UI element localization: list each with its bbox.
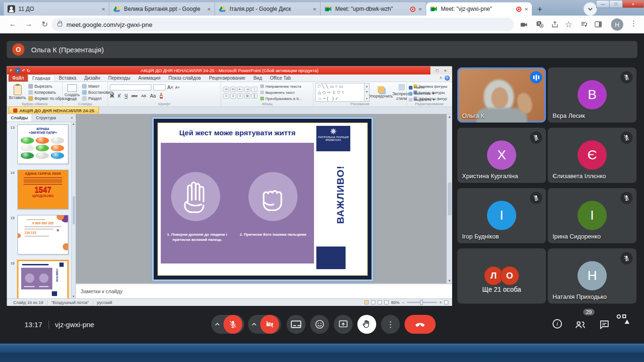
indent-more-icon[interactable]: ⇥: [244, 87, 250, 92]
char-spacing-icon[interactable]: AB: [141, 94, 147, 98]
close-tab-icon[interactable]: ×: [418, 6, 422, 13]
line-spacing-icon[interactable]: ↕: [251, 87, 257, 92]
reactions-button[interactable]: [310, 315, 329, 334]
font-color-icon[interactable]: А: [160, 93, 163, 99]
redo-icon[interactable]: ↻: [27, 68, 31, 73]
convert-smartart-button[interactable]: Преобразовать в SmartArt: [260, 96, 304, 102]
ribbon-tab-officetab[interactable]: Office Tab: [266, 74, 295, 82]
tab-italiia[interactable]: Італія.ppt - Google Диск ×: [215, 2, 321, 16]
bullets-icon[interactable]: ≔: [223, 87, 229, 92]
paste-button[interactable]: Вставить: [9, 84, 26, 100]
camera-in-use-icon[interactable]: [520, 20, 528, 31]
panel-tab-outline[interactable]: Структура: [32, 114, 60, 122]
ribbon-tab-design[interactable]: Дизайн: [81, 74, 104, 82]
window-close-button[interactable]: ×: [622, 0, 644, 8]
ribbon-tab-slideshow[interactable]: Показ слайдов: [165, 74, 205, 82]
zoom-slider[interactable]: [407, 302, 437, 303]
ribbon-tab-view[interactable]: Вид: [249, 74, 265, 82]
underline-button[interactable]: Ч: [124, 93, 128, 99]
arrange-button[interactable]: Упорядочить: [372, 86, 390, 99]
grow-font-icon[interactable]: А˄: [167, 85, 173, 90]
slide-area-scrollbar[interactable]: ▲▼: [446, 114, 452, 283]
tab-velyka-brytaniia[interactable]: Велика Британія.ppt - Google ×: [109, 2, 215, 16]
mic-mute-button[interactable]: [223, 315, 242, 334]
media-controls-icon[interactable]: [580, 20, 588, 31]
text-direction-button[interactable]: Направление текста: [260, 83, 304, 90]
help-icon[interactable]: ?: [445, 75, 450, 81]
ribbon-tab-insert[interactable]: Вставка: [55, 74, 80, 82]
participant-tile-yelyzaveta[interactable]: Є Єлизавета Іллєнко: [548, 128, 636, 183]
slide-thumbnail-15[interactable]: 0 800 500 335 116 123 ♥: [17, 215, 68, 255]
align-right-icon[interactable]: ≡: [237, 93, 243, 99]
replace-button[interactable]: Заменить ▾: [409, 90, 450, 97]
justify-icon[interactable]: ≣: [244, 93, 250, 99]
panel-tab-slides[interactable]: Слайды: [7, 114, 32, 122]
side-panel-icon[interactable]: [594, 20, 603, 31]
ribbon-tab-animation[interactable]: Анимация: [134, 74, 164, 82]
mic-options-chevron-icon[interactable]: [211, 323, 223, 326]
notes-pane[interactable]: Заметки к слайду: [76, 283, 452, 298]
new-tab-button[interactable]: +: [534, 3, 546, 16]
view-sorter-icon[interactable]: [371, 300, 375, 304]
shapes-gallery-scroll[interactable]: ▲▼▾: [364, 83, 370, 102]
participant-tile-iryna[interactable]: І Ірина Сидоренко: [548, 188, 636, 243]
fit-to-window-icon[interactable]: [444, 300, 448, 304]
ribbon-collapse-icon[interactable]: ˄: [439, 75, 442, 81]
zoom-out-icon[interactable]: −: [402, 300, 404, 305]
ribbon-tab-home[interactable]: Главная: [28, 74, 55, 82]
align-text-button[interactable]: Выровнять текст: [260, 90, 304, 96]
close-tab-icon[interactable]: ×: [207, 6, 211, 13]
panel-scrollbar[interactable]: ▲▼: [71, 122, 75, 298]
view-reading-icon[interactable]: [378, 300, 382, 304]
close-tab-icon[interactable]: ×: [101, 6, 105, 13]
translate-icon[interactable]: [536, 20, 544, 31]
slide-thumbnail-13[interactable]: ВПРАВА«ЗІМ'ЯТИЙ ПАПІР»: [17, 124, 68, 164]
more-options-button[interactable]: ⋮: [381, 315, 400, 334]
find-button[interactable]: Найти: [409, 84, 450, 90]
indent-less-icon[interactable]: ⇤: [237, 87, 243, 92]
tab-meet-upm[interactable]: Meet: "upm-dbwk-wzh" ×: [321, 2, 426, 16]
browser-menu-icon[interactable]: ⋮: [630, 19, 637, 28]
align-left-icon[interactable]: ≡: [223, 93, 229, 99]
shapes-gallery[interactable]: □╲╲▭○▭△◇⇨⇩▽○☆~( )✓: [315, 83, 364, 102]
camera-off-button[interactable]: [260, 315, 279, 334]
font-name-select[interactable]: [110, 84, 151, 90]
office-tab-document[interactable]: АКЦІЯ ДО ДНЯ НЕНАСИЛЛЯ 24-25: [8, 107, 99, 114]
window-minimize-button[interactable]: —: [596, 0, 610, 8]
tab-search-button[interactable]: [584, 2, 597, 16]
raise-hand-button[interactable]: [357, 315, 376, 334]
ppt-restore-icon[interactable]: □: [436, 68, 438, 73]
italic-button[interactable]: К: [118, 93, 121, 99]
align-center-icon[interactable]: ≡: [230, 93, 236, 99]
strikethrough-icon[interactable]: abc: [132, 94, 138, 98]
undo-icon[interactable]: ↶: [22, 68, 25, 73]
meeting-details-button[interactable]: i: [553, 319, 562, 329]
present-button[interactable]: [334, 315, 353, 334]
back-icon[interactable]: ←: [7, 18, 19, 30]
tab-11do[interactable]: 11 ДО ×: [4, 2, 109, 16]
participant-tile-nataliia[interactable]: Н Наталія Приходько: [548, 248, 636, 304]
font-size-select[interactable]: [153, 84, 165, 90]
camera-options-chevron-icon[interactable]: [248, 323, 260, 326]
zoom-in-icon[interactable]: +: [439, 300, 442, 305]
ppt-close-icon[interactable]: ×: [444, 68, 446, 73]
current-slide[interactable]: Цей жест може врятувати життя ПАТРУЛЬНА …: [152, 117, 373, 281]
columns-icon[interactable]: ∥: [251, 93, 257, 99]
tab-meet-vjz[interactable]: Meet: "vjz-gwxi-pne" ×: [426, 2, 532, 16]
profile-avatar[interactable]: H: [611, 18, 623, 31]
address-bar[interactable]: meet.google.com/vjz-gwxi-pne: [52, 18, 514, 31]
change-case-icon[interactable]: Аа: [150, 93, 156, 99]
panel-close-icon[interactable]: ×: [71, 115, 75, 120]
close-tab-icon[interactable]: ×: [524, 6, 528, 13]
participant-tile-overflow[interactable]: Л О Ще 21 особа: [457, 248, 546, 304]
captions-button[interactable]: [287, 315, 305, 334]
end-call-button[interactable]: [405, 315, 436, 334]
ribbon-tab-file[interactable]: Файл: [8, 74, 28, 82]
chat-button[interactable]: [599, 319, 610, 332]
save-icon[interactable]: ▪: [15, 68, 20, 73]
zoom-slider-thumb[interactable]: [420, 300, 423, 305]
view-normal-icon[interactable]: [364, 300, 369, 304]
bold-button[interactable]: Ж: [110, 93, 114, 99]
slide-thumbnail-16-current[interactable]: ВАЖЛИВО!: [17, 260, 68, 300]
bookmark-star-icon[interactable]: ☆: [565, 19, 572, 30]
